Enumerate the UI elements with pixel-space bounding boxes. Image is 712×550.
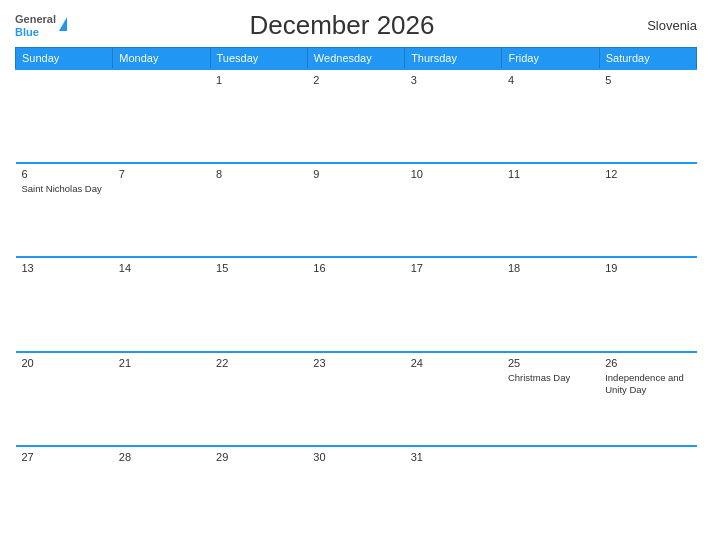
table-row: 23 <box>307 352 404 446</box>
table-row: 8 <box>210 163 307 257</box>
table-row: 17 <box>405 257 502 351</box>
header-tuesday: Tuesday <box>210 48 307 70</box>
day-number: 14 <box>119 262 204 274</box>
day-number: 12 <box>605 168 690 180</box>
header-wednesday: Wednesday <box>307 48 404 70</box>
table-row: 4 <box>502 69 599 163</box>
header-monday: Monday <box>113 48 210 70</box>
table-row: 15 <box>210 257 307 351</box>
logo-triangle-icon <box>59 17 67 31</box>
table-row: 2 <box>307 69 404 163</box>
day-number: 23 <box>313 357 398 369</box>
event-label: Independence and Unity Day <box>605 372 684 395</box>
table-row <box>502 446 599 540</box>
day-number: 26 <box>605 357 690 369</box>
day-number: 10 <box>411 168 496 180</box>
day-number: 13 <box>22 262 107 274</box>
table-row: 16 <box>307 257 404 351</box>
day-number: 5 <box>605 74 690 86</box>
page: General Blue December 2026 Slovenia Sund… <box>0 0 712 550</box>
header-friday: Friday <box>502 48 599 70</box>
event-label: Christmas Day <box>508 372 570 383</box>
table-row: 1 <box>210 69 307 163</box>
day-number: 2 <box>313 74 398 86</box>
table-row: 7 <box>113 163 210 257</box>
table-row: 26Independence and Unity Day <box>599 352 696 446</box>
table-row: 20 <box>16 352 113 446</box>
header-sunday: Sunday <box>16 48 113 70</box>
day-number: 6 <box>22 168 107 180</box>
event-label: Saint Nicholas Day <box>22 183 102 194</box>
header-saturday: Saturday <box>599 48 696 70</box>
table-row <box>599 446 696 540</box>
table-row: 22 <box>210 352 307 446</box>
day-number: 22 <box>216 357 301 369</box>
day-number: 4 <box>508 74 593 86</box>
day-number: 16 <box>313 262 398 274</box>
day-number: 28 <box>119 451 204 463</box>
header: General Blue December 2026 Slovenia <box>15 10 697 41</box>
day-number: 3 <box>411 74 496 86</box>
table-row: 5 <box>599 69 696 163</box>
table-row: 11 <box>502 163 599 257</box>
table-row: 24 <box>405 352 502 446</box>
table-row: 18 <box>502 257 599 351</box>
calendar-title: December 2026 <box>67 10 617 41</box>
table-row: 12 <box>599 163 696 257</box>
table-row: 30 <box>307 446 404 540</box>
day-number: 18 <box>508 262 593 274</box>
day-number: 24 <box>411 357 496 369</box>
table-row <box>113 69 210 163</box>
table-row: 21 <box>113 352 210 446</box>
day-number: 29 <box>216 451 301 463</box>
table-row: 19 <box>599 257 696 351</box>
day-number: 17 <box>411 262 496 274</box>
day-number: 21 <box>119 357 204 369</box>
table-row: 9 <box>307 163 404 257</box>
calendar-table: Sunday Monday Tuesday Wednesday Thursday… <box>15 47 697 540</box>
day-number: 19 <box>605 262 690 274</box>
calendar-week-row: 6Saint Nicholas Day789101112 <box>16 163 697 257</box>
table-row: 25Christmas Day <box>502 352 599 446</box>
table-row: 6Saint Nicholas Day <box>16 163 113 257</box>
day-number: 1 <box>216 74 301 86</box>
weekday-header-row: Sunday Monday Tuesday Wednesday Thursday… <box>16 48 697 70</box>
country-label: Slovenia <box>617 18 697 33</box>
logo: General Blue <box>15 13 67 37</box>
day-number: 25 <box>508 357 593 369</box>
day-number: 31 <box>411 451 496 463</box>
table-row: 3 <box>405 69 502 163</box>
table-row: 13 <box>16 257 113 351</box>
logo-blue: Blue <box>15 26 56 38</box>
logo-general: General <box>15 13 56 25</box>
table-row: 28 <box>113 446 210 540</box>
day-number: 30 <box>313 451 398 463</box>
calendar-week-row: 13141516171819 <box>16 257 697 351</box>
table-row: 27 <box>16 446 113 540</box>
table-row: 10 <box>405 163 502 257</box>
day-number: 7 <box>119 168 204 180</box>
logo-text: General Blue <box>15 13 56 37</box>
table-row: 14 <box>113 257 210 351</box>
day-number: 8 <box>216 168 301 180</box>
calendar-week-row: 202122232425Christmas Day26Independence … <box>16 352 697 446</box>
header-thursday: Thursday <box>405 48 502 70</box>
day-number: 15 <box>216 262 301 274</box>
calendar-week-row: 2728293031 <box>16 446 697 540</box>
day-number: 27 <box>22 451 107 463</box>
table-row <box>16 69 113 163</box>
calendar-week-row: 12345 <box>16 69 697 163</box>
table-row: 29 <box>210 446 307 540</box>
day-number: 9 <box>313 168 398 180</box>
table-row: 31 <box>405 446 502 540</box>
day-number: 11 <box>508 168 593 180</box>
day-number: 20 <box>22 357 107 369</box>
